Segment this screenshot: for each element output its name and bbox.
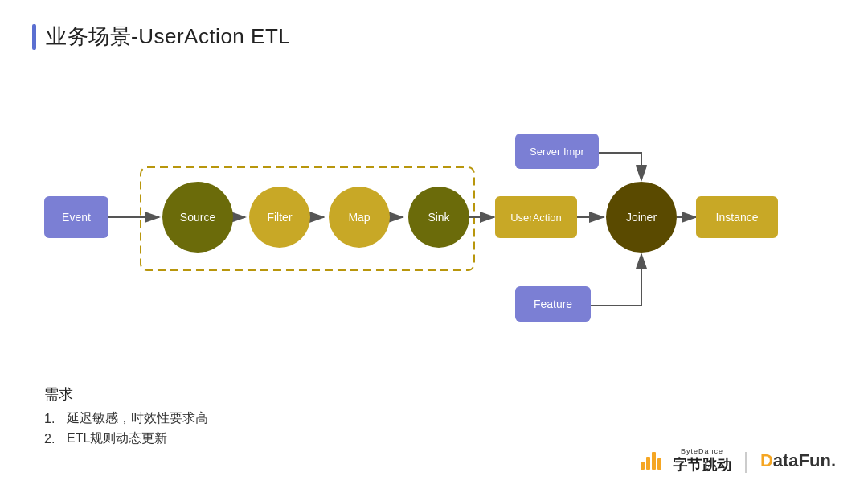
bytedance-big-text: 字节跳动 [673, 455, 732, 475]
requirements-title: 需求 [44, 384, 208, 404]
page-container: 业务场景-UserAction ETL [0, 0, 868, 489]
footer-logo: ByteDance 字节跳动 | DataFun. [641, 447, 836, 475]
map-label: Map [348, 211, 370, 224]
datafun-d: D [760, 450, 773, 471]
requirements-list: 延迟敏感，时效性要求高 ETL规则动态更新 [44, 410, 208, 447]
diagram-svg: Event Source Filter Map Sink UserAction … [0, 72, 868, 346]
arrow-serverimpr-path [597, 153, 641, 180]
req-item-2: ETL规则动态更新 [44, 430, 208, 447]
useraction-label: UserAction [510, 212, 562, 224]
page-title: 业务场景-UserAction ETL [46, 23, 290, 51]
event-label: Event [62, 211, 91, 224]
serverimpr-label: Server Impr [530, 146, 585, 158]
bar1 [641, 462, 645, 470]
req-item-1: 延迟敏感，时效性要求高 [44, 410, 208, 427]
arrow-feature-joiner [589, 254, 641, 306]
feature-label: Feature [534, 298, 572, 310]
sink-label: Sink [428, 211, 450, 224]
logo-divider: | [743, 448, 749, 474]
datafun-rest: ataFun. [773, 450, 836, 471]
bar-chart-icon [641, 452, 661, 470]
bar4 [657, 458, 661, 470]
title-bar: 业务场景-UserAction ETL [0, 0, 868, 51]
filter-label: Filter [267, 211, 292, 224]
datafun-logo: DataFun. [760, 450, 836, 471]
requirements-section: 需求 延迟敏感，时效性要求高 ETL规则动态更新 [44, 384, 208, 450]
bar2 [646, 457, 650, 470]
joiner-label: Joiner [626, 211, 657, 224]
diagram-area: Event Source Filter Map Sink UserAction … [0, 72, 868, 346]
source-label: Source [180, 211, 216, 224]
bar3 [652, 452, 656, 470]
instance-label: Instance [716, 211, 759, 224]
title-accent [32, 24, 36, 50]
bytedance-small-text: ByteDance [681, 447, 723, 455]
bytedance-logo: ByteDance 字节跳动 [673, 447, 732, 475]
